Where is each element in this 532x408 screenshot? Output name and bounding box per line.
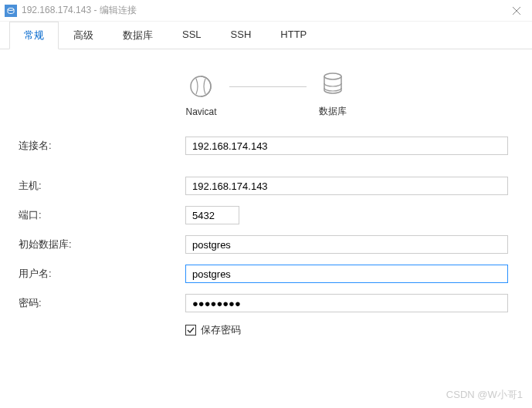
diagram-left-label: Navicat — [185, 106, 216, 117]
diagram-left: Navicat — [185, 72, 216, 117]
label-host: 主机: — [19, 179, 185, 193]
tabs-bar: 常规 高级 数据库 SSL SSH HTTP — [0, 22, 532, 49]
row-initial-db: 初始数据库: — [19, 235, 513, 254]
tab-ssl[interactable]: SSL — [168, 22, 216, 49]
tab-http[interactable]: HTTP — [266, 22, 321, 49]
watermark: CSDN @W小哥1 — [446, 388, 523, 402]
label-connection-name: 连接名: — [19, 139, 185, 153]
svg-point-2 — [324, 73, 341, 79]
diagram-right: 数据库 — [319, 71, 347, 118]
row-password: 密码: — [19, 294, 513, 312]
input-password[interactable] — [185, 294, 508, 312]
row-host: 主机: — [19, 177, 513, 195]
close-button[interactable] — [501, 0, 532, 22]
label-password: 密码: — [19, 296, 185, 310]
tab-content: Navicat 数据库 连接名: 主机: 端口: 初始数据库: 用户名: 密码: — [0, 49, 532, 352]
label-save-password: 保存密码 — [201, 323, 241, 337]
label-port: 端口: — [19, 208, 185, 222]
input-connection-name[interactable] — [185, 137, 508, 155]
tab-ssh[interactable]: SSH — [216, 22, 266, 49]
titlebar: 192.168.174.143 - 编辑连接 — [0, 0, 532, 22]
input-initial-db[interactable] — [185, 235, 508, 254]
input-port[interactable] — [185, 206, 239, 224]
label-initial-db: 初始数据库: — [19, 238, 185, 251]
svg-point-0 — [8, 8, 14, 10]
checkbox-save-password[interactable] — [185, 325, 196, 336]
navicat-icon — [187, 72, 215, 100]
diagram-right-label: 数据库 — [319, 105, 347, 118]
input-username[interactable] — [185, 265, 508, 283]
tab-advanced[interactable]: 高级 — [59, 22, 108, 49]
tab-general[interactable]: 常规 — [9, 22, 59, 49]
row-port: 端口: — [19, 206, 513, 224]
row-connection-name: 连接名: — [19, 137, 513, 155]
diagram-connector — [229, 86, 307, 87]
window-title: 192.168.174.143 - 编辑连接 — [22, 4, 137, 17]
label-username: 用户名: — [19, 267, 185, 281]
tab-database[interactable]: 数据库 — [108, 22, 168, 49]
row-save-password: 保存密码 — [185, 323, 513, 337]
row-username: 用户名: — [19, 265, 513, 283]
connection-diagram: Navicat 数据库 — [19, 65, 513, 118]
input-host[interactable] — [185, 177, 508, 195]
database-icon — [319, 71, 347, 99]
app-icon — [5, 5, 17, 17]
